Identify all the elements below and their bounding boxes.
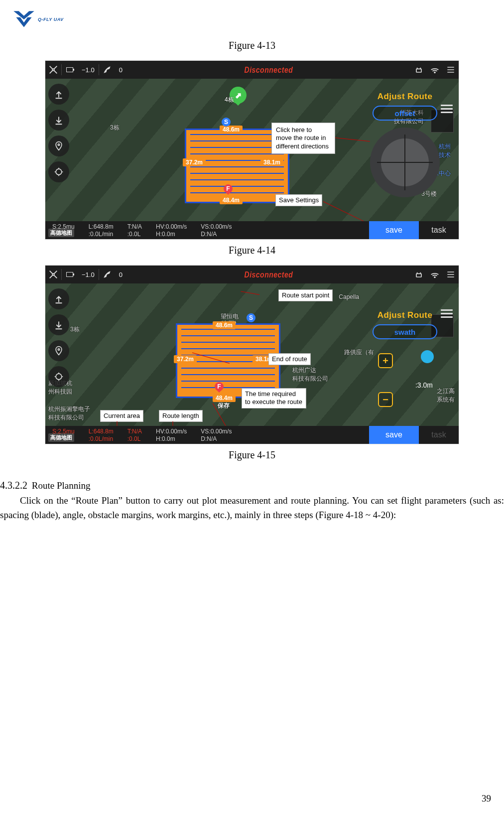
rth-button[interactable]: [48, 340, 69, 361]
connection-status: Disconnected: [126, 270, 411, 279]
svg-rect-1: [416, 69, 421, 72]
start-marker: S: [247, 313, 255, 322]
svg-point-2: [434, 72, 435, 73]
map-label: 保存: [218, 402, 230, 410]
map-provider: 高德地图: [48, 229, 74, 237]
battery-value: −1.0: [78, 271, 99, 278]
map-label: 3栋: [110, 124, 120, 132]
body-paragraph: Click on the “Route Plan” button to carr…: [0, 493, 504, 523]
connection-status: Disconnected: [126, 65, 411, 74]
dist-bottom: 48.4m: [220, 196, 243, 204]
satellite-count: 0: [115, 66, 126, 74]
callout-time: The time requiredto execute the route: [242, 388, 306, 408]
figure-caption: Figure 4-15: [0, 449, 504, 461]
battery-value: −1.0: [78, 66, 99, 74]
menu-icon[interactable]: [443, 62, 459, 78]
dist-left: 37.2m: [174, 355, 197, 363]
left-toolbar: [48, 84, 73, 182]
start-marker: S: [222, 118, 231, 127]
callout-end: End of route: [268, 353, 311, 365]
drone-logo-icon: [11, 9, 37, 30]
adjust-route-label: Adjust Route: [378, 310, 433, 320]
app-topbar: −1.0 0 Disconnected: [45, 61, 459, 79]
direction-pad[interactable]: [370, 128, 440, 197]
section-heading: 4.3.2.2 Route Planning: [0, 478, 504, 493]
callout-start: Route start point: [278, 289, 333, 301]
battery-icon: [62, 62, 78, 78]
svg-point-5: [52, 273, 54, 275]
minus-button[interactable]: −: [378, 392, 393, 407]
screenshot-figure: −1.0 0 Disconnected Capella 望恒电 (有限) 杭州广…: [45, 265, 459, 444]
app-topbar: −1.0 0 Disconnected: [45, 266, 459, 283]
map-label: 杭州振湘擎电子科技有限公司: [48, 405, 90, 422]
satellite-icon: [99, 267, 115, 282]
satellite-count: 0: [115, 271, 126, 278]
dist-top: 48.6m: [213, 321, 236, 329]
target-button[interactable]: [48, 161, 69, 182]
adjust-route-panel: Adjust Route offset: [355, 92, 455, 197]
svg-point-7: [434, 277, 435, 278]
left-toolbar: [48, 288, 73, 387]
adjust-route-label: Adjust Route: [378, 92, 433, 102]
callout-save-settings: Save Settings: [275, 194, 322, 206]
target-button[interactable]: [48, 366, 69, 387]
dist-top: 48.6m: [220, 126, 243, 134]
svg-point-4: [56, 169, 62, 175]
svg-point-9: [56, 374, 62, 380]
swath-button[interactable]: swath: [373, 324, 437, 339]
task-button[interactable]: task: [419, 221, 459, 239]
svg-point-3: [58, 144, 59, 145]
map-label: 4栋: [225, 96, 234, 104]
map-label: 之江高系统有: [437, 387, 455, 404]
finish-marker: F: [224, 184, 233, 193]
swath-stepper: + −: [378, 353, 393, 407]
dist-right: 38.1m: [260, 158, 283, 166]
callout-area: Current area: [100, 410, 143, 422]
callout-move-route: Click here tomove the route indifferent …: [271, 123, 335, 154]
figure-caption: Figure 4-13: [0, 40, 504, 51]
land-button[interactable]: [48, 110, 69, 131]
brand-name: Q-FLY UAV: [38, 17, 64, 22]
task-button[interactable]: task: [419, 426, 459, 444]
takeoff-button[interactable]: [48, 288, 69, 309]
map-label: 杭州广达科技有限公司: [292, 366, 328, 383]
rth-button[interactable]: [48, 136, 69, 156]
screenshot-figure: −1.0 0 Disconnected 3栋 州英大科技有限公司 杭州技术 水中…: [45, 60, 459, 240]
slider-handle[interactable]: [421, 350, 434, 363]
swath-value: :3.0m: [415, 381, 433, 389]
remote-icon[interactable]: [411, 62, 427, 78]
takeoff-button[interactable]: [48, 84, 69, 105]
map-label: 路供应（有: [344, 348, 374, 357]
signal-icon[interactable]: [427, 267, 443, 282]
page-number: 39: [0, 793, 504, 804]
brand-logo: Q-FLY UAV: [11, 9, 64, 30]
plus-button[interactable]: +: [378, 353, 393, 368]
section-number: 4.3.2.2: [0, 480, 27, 491]
svg-rect-6: [416, 273, 421, 277]
save-button[interactable]: save: [369, 426, 419, 444]
adjust-route-panel: Adjust Route swath: [355, 310, 455, 339]
land-button[interactable]: [48, 314, 69, 335]
status-bar: S:2.5mu:−1% L:648.8m:0.0L/min T:N/A:0.0L…: [45, 426, 459, 444]
drone-icon[interactable]: [45, 267, 61, 282]
svg-point-8: [58, 349, 59, 350]
save-button[interactable]: save: [369, 221, 419, 239]
offset-button[interactable]: offset: [373, 106, 437, 121]
callout-length: Route length: [159, 410, 203, 422]
status-bar: S:2.5mu:−1% L:648.8m:0.0L/min T:N/A:0.0L…: [45, 221, 459, 239]
menu-icon[interactable]: [443, 267, 459, 282]
dist-left: 37.2m: [183, 158, 206, 166]
section-title: Route Planning: [32, 480, 91, 491]
svg-point-0: [52, 69, 54, 71]
figure-caption: Figure 4-14: [0, 245, 504, 256]
battery-icon: [62, 267, 78, 282]
map-provider: 高德地图: [48, 433, 74, 442]
drone-icon[interactable]: [45, 62, 61, 78]
remote-icon[interactable]: [411, 267, 427, 282]
finish-marker: F: [215, 382, 224, 391]
map-label: Capella: [339, 293, 359, 300]
satellite-icon: [99, 62, 115, 78]
signal-icon[interactable]: [427, 62, 443, 78]
dist-bottom: 48.4m: [213, 394, 236, 402]
